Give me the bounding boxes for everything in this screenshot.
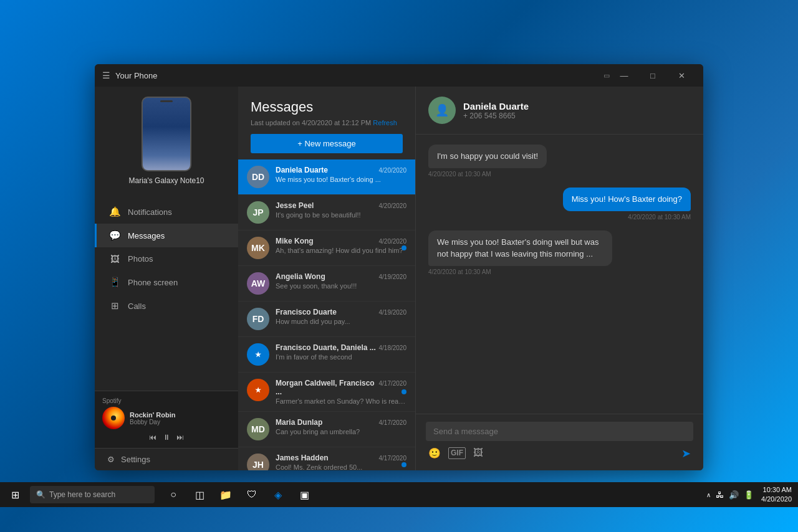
- msg-content-6: Morgan Caldwell, Francisco ... 4/17/2020…: [276, 379, 406, 405]
- spotify-prev-button[interactable]: ⏮: [149, 433, 156, 442]
- photos-icon: 🖼: [109, 254, 120, 264]
- chat-message-input[interactable]: [433, 427, 686, 436]
- taskbar-app-yourphone[interactable]: ▣: [292, 482, 317, 507]
- msg-date-0: 4/20/2020: [379, 167, 407, 174]
- taskbar-app-explorer[interactable]: 📁: [213, 482, 238, 507]
- last-updated-text: Last updated on 4/20/2020 at 12:12 PM: [251, 119, 371, 126]
- new-message-button[interactable]: + New message: [251, 134, 403, 153]
- msg-date-8: 4/17/2020: [379, 455, 407, 462]
- msg-name-8: James Hadden: [276, 454, 329, 462]
- chat-panel: 👤 Daniela Duarte + 206 545 8665 I'm so h…: [416, 87, 703, 470]
- spotify-text: Rockin' Robin Bobby Day: [130, 411, 231, 425]
- tray-speaker-icon[interactable]: 🔊: [729, 490, 739, 500]
- msg-content-7: Maria Dunlap 4/17/2020 Can you bring an …: [276, 418, 406, 435]
- bubble-text-1: Miss you! How's Baxter doing?: [563, 188, 691, 211]
- message-item-0[interactable]: DD Daniela Duarte 4/20/2020 We miss you …: [238, 159, 415, 195]
- msg-date-1: 4/20/2020: [379, 202, 407, 209]
- msg-preview-0: We miss you too! Baxter's doing ...: [276, 176, 406, 183]
- desktop: ☰ Your Phone ▭ — □ ✕ Maria's Galaxy Note…: [0, 0, 798, 507]
- msg-row1-7: Maria Dunlap 4/17/2020: [276, 418, 406, 427]
- spotify-play-pause-button[interactable]: ⏸: [163, 433, 170, 442]
- message-bubble-1: Miss you! How's Baxter doing? 4/20/2020 …: [428, 188, 691, 221]
- tray-expand-icon[interactable]: ∧: [706, 492, 711, 498]
- bubble-time-1: 4/20/2020 at 10:30 AM: [628, 214, 691, 221]
- taskbar-app-taskview[interactable]: ◫: [187, 482, 212, 507]
- taskbar-clock[interactable]: 10:30 AM 4/20/2020: [761, 485, 792, 505]
- sidebar-item-notifications-label: Notifications: [128, 207, 172, 217]
- emoji-button[interactable]: 🙂: [428, 447, 441, 459]
- message-item-7[interactable]: MD Maria Dunlap 4/17/2020 Can you bring …: [238, 412, 415, 447]
- msg-date-4: 4/19/2020: [379, 309, 407, 316]
- msg-name-1: Jesse Peel: [276, 201, 314, 210]
- sidebar-item-photos[interactable]: 🖼 Photos: [95, 247, 238, 270]
- send-button[interactable]: ➤: [681, 447, 691, 460]
- tray-network-icon[interactable]: 🖧: [716, 490, 724, 500]
- message-item-8[interactable]: JH James Hadden 4/17/2020 Cool! Ms. Zenk…: [238, 447, 415, 470]
- chat-contact-avatar: 👤: [428, 97, 456, 124]
- bubble-time-0: 4/20/2020 at 10:30 AM: [428, 171, 491, 178]
- taskbar-app-edge[interactable]: ◈: [266, 482, 291, 507]
- image-button[interactable]: 🖼: [473, 447, 483, 459]
- sidebar-item-notifications[interactable]: 🔔 Notifications: [95, 200, 238, 224]
- taskbar-date-display: 4/20/2020: [761, 495, 792, 504]
- chat-contact-info: Daniela Duarte + 206 545 8665: [463, 101, 529, 120]
- msg-preview-3: See you soon, thank you!!!: [276, 282, 406, 290]
- taskbar-time-display: 10:30 AM: [761, 485, 792, 495]
- tray-battery-icon[interactable]: 🔋: [744, 490, 754, 500]
- start-button[interactable]: ⊞: [0, 482, 30, 507]
- refresh-link[interactable]: Refresh: [373, 119, 397, 126]
- message-item-3[interactable]: AW Angelia Wong 4/19/2020 See you soon, …: [238, 266, 415, 302]
- message-item-5[interactable]: ★ Francisco Duarte, Daniela ... 4/18/202…: [238, 337, 415, 373]
- spotify-next-button[interactable]: ⏭: [176, 433, 184, 442]
- spotify-song-title: Rockin' Robin: [130, 411, 231, 419]
- messages-icon: 💬: [109, 230, 120, 241]
- msg-row1-4: Francisco Duarte 4/19/2020: [276, 308, 406, 316]
- spotify-album-art: [102, 407, 125, 429]
- msg-date-6: 4/17/2020: [379, 380, 407, 387]
- taskbar-search[interactable]: 🔍 Type here to search: [30, 486, 155, 503]
- message-item-6[interactable]: ★ Morgan Caldwell, Francisco ... 4/17/20…: [238, 373, 415, 412]
- msg-preview-4: How much did you pay...: [276, 318, 406, 325]
- taskbar-app-security[interactable]: 🛡: [239, 482, 264, 507]
- spotify-player: Spotify Rockin' Robin Bobby Day ⏮ ⏸ ⏭: [95, 391, 238, 448]
- msg-name-7: Maria Dunlap: [276, 418, 322, 427]
- sidebar-item-calls[interactable]: ⊞ Calls: [95, 294, 238, 318]
- message-item-1[interactable]: JP Jesse Peel 4/20/2020 It's going to be…: [238, 195, 415, 230]
- msg-content-1: Jesse Peel 4/20/2020 It's going to be so…: [276, 201, 406, 219]
- settings-icon: ⚙: [107, 455, 115, 464]
- spotify-info: Rockin' Robin Bobby Day: [102, 407, 231, 429]
- phone-name-label: Maria's Galaxy Note10: [128, 176, 204, 185]
- spotify-controls: ⏮ ⏸ ⏭: [102, 433, 231, 442]
- settings-nav-item[interactable]: ⚙ Settings: [95, 448, 238, 470]
- chat-input-row: [426, 422, 693, 441]
- chat-contact-name: Daniela Duarte: [463, 101, 529, 112]
- taskbar-app-cortana[interactable]: ○: [161, 482, 186, 507]
- chat-messages-area: I'm so happy you could visit! 4/20/2020 …: [416, 135, 703, 414]
- close-button[interactable]: ✕: [667, 64, 696, 87]
- msg-name-0: Daniela Duarte: [276, 166, 328, 174]
- system-tray: ∧ 🖧 🔊 🔋: [701, 490, 759, 500]
- msg-content-0: Daniela Duarte 4/20/2020 We miss you too…: [276, 166, 406, 183]
- minimize-button[interactable]: —: [610, 64, 638, 87]
- unread-indicator-6: [401, 389, 406, 394]
- messages-header: Messages Last updated on 4/20/2020 at 12…: [238, 87, 415, 159]
- sidebar-item-phone-screen[interactable]: 📱 Phone screen: [95, 270, 238, 294]
- hamburger-menu-icon[interactable]: ☰: [102, 70, 110, 80]
- msg-row1-6: Morgan Caldwell, Francisco ... 4/17/2020: [276, 379, 406, 396]
- maximize-button[interactable]: □: [638, 64, 667, 87]
- msg-name-6: Morgan Caldwell, Francisco ...: [276, 379, 379, 396]
- msg-content-3: Angelia Wong 4/19/2020 See you soon, tha…: [276, 272, 406, 290]
- msg-content-5: Francisco Duarte, Daniela ... 4/18/2020 …: [276, 343, 406, 361]
- message-item-4[interactable]: FD Francisco Duarte 4/19/2020 How much d…: [238, 302, 415, 337]
- msg-date-5: 4/18/2020: [379, 344, 407, 351]
- gif-button[interactable]: GIF: [448, 447, 466, 459]
- avatar-0: DD: [247, 166, 269, 188]
- message-item-2[interactable]: MK Mike Kong 4/20/2020 Ah, that's amazin…: [238, 230, 415, 266]
- msg-row1-1: Jesse Peel 4/20/2020: [276, 201, 406, 210]
- avatar-5: ★: [247, 343, 269, 366]
- msg-row1-2: Mike Kong 4/20/2020: [276, 237, 406, 245]
- sidebar-item-messages[interactable]: 💬 Messages: [95, 224, 238, 247]
- chat-avatar-initials: 👤: [435, 103, 449, 117]
- messages-panel: Messages Last updated on 4/20/2020 at 12…: [238, 87, 416, 470]
- sidebar-item-phone-screen-label: Phone screen: [128, 278, 178, 287]
